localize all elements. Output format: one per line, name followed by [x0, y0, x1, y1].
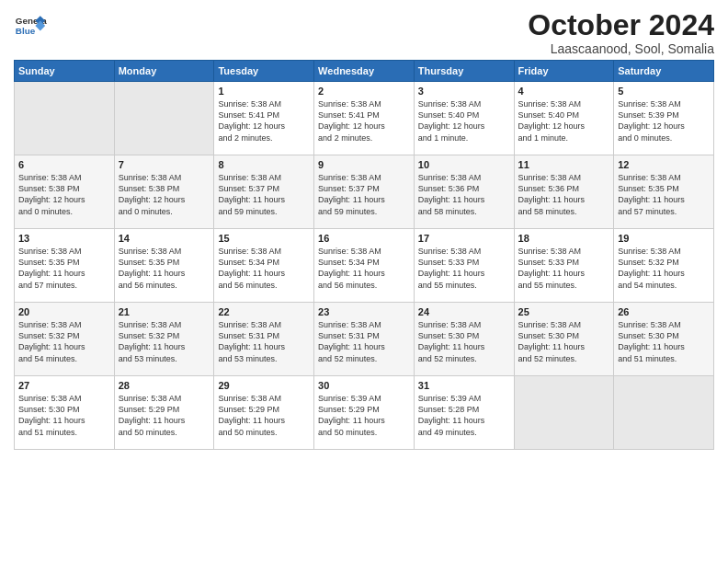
cell-content: Sunrise: 5:38 AM Sunset: 5:36 PM Dayligh…: [418, 172, 510, 217]
cell-3-3: 15Sunrise: 5:38 AM Sunset: 5:34 PM Dayli…: [214, 229, 314, 303]
cell-content: Sunrise: 5:38 AM Sunset: 5:35 PM Dayligh…: [18, 246, 110, 291]
week-row-1: 1Sunrise: 5:38 AM Sunset: 5:41 PM Daylig…: [15, 82, 714, 155]
day-number: 21: [119, 306, 210, 317]
day-number: 25: [518, 306, 610, 317]
cell-5-5: 31Sunrise: 5:39 AM Sunset: 5:28 PM Dayli…: [414, 376, 514, 450]
cell-5-4: 30Sunrise: 5:39 AM Sunset: 5:29 PM Dayli…: [314, 376, 415, 450]
cell-3-1: 13Sunrise: 5:38 AM Sunset: 5:35 PM Dayli…: [15, 229, 115, 303]
cell-content: Sunrise: 5:38 AM Sunset: 5:35 PM Dayligh…: [119, 246, 210, 291]
cell-content: Sunrise: 5:38 AM Sunset: 5:31 PM Dayligh…: [218, 319, 310, 364]
calendar-body: 1Sunrise: 5:38 AM Sunset: 5:41 PM Daylig…: [15, 82, 714, 450]
cell-content: Sunrise: 5:38 AM Sunset: 5:33 PM Dayligh…: [418, 246, 510, 291]
cell-1-3: 1Sunrise: 5:38 AM Sunset: 5:41 PM Daylig…: [214, 82, 314, 155]
day-number: 4: [518, 86, 610, 97]
day-number: 14: [119, 233, 210, 244]
day-number: 16: [318, 233, 410, 244]
week-row-3: 13Sunrise: 5:38 AM Sunset: 5:35 PM Dayli…: [15, 229, 714, 303]
cell-4-1: 20Sunrise: 5:38 AM Sunset: 5:32 PM Dayli…: [15, 303, 115, 376]
week-row-4: 20Sunrise: 5:38 AM Sunset: 5:32 PM Dayli…: [15, 303, 714, 376]
day-number: 5: [618, 86, 710, 97]
day-number: 11: [518, 159, 610, 170]
cell-2-4: 9Sunrise: 5:38 AM Sunset: 5:37 PM Daylig…: [314, 155, 415, 229]
cell-4-7: 26Sunrise: 5:38 AM Sunset: 5:30 PM Dayli…: [614, 303, 714, 376]
cell-content: Sunrise: 5:38 AM Sunset: 5:32 PM Dayligh…: [618, 246, 710, 291]
cell-content: Sunrise: 5:38 AM Sunset: 5:37 PM Dayligh…: [318, 172, 410, 217]
cell-4-3: 22Sunrise: 5:38 AM Sunset: 5:31 PM Dayli…: [214, 303, 314, 376]
day-number: 24: [418, 306, 510, 317]
cell-content: Sunrise: 5:38 AM Sunset: 5:36 PM Dayligh…: [518, 172, 610, 217]
cell-5-3: 29Sunrise: 5:38 AM Sunset: 5:29 PM Dayli…: [214, 376, 314, 450]
cell-content: Sunrise: 5:38 AM Sunset: 5:40 PM Dayligh…: [518, 98, 610, 144]
cell-4-4: 23Sunrise: 5:38 AM Sunset: 5:31 PM Dayli…: [314, 303, 415, 376]
cell-content: Sunrise: 5:38 AM Sunset: 5:40 PM Dayligh…: [418, 98, 510, 144]
cell-2-6: 11Sunrise: 5:38 AM Sunset: 5:36 PM Dayli…: [514, 155, 614, 229]
logo: General Blue: [14, 9, 47, 42]
col-thursday: Thursday: [414, 61, 514, 82]
day-number: 9: [318, 159, 410, 170]
logo-icon: General Blue: [14, 9, 47, 42]
calendar-table: Sunday Monday Tuesday Wednesday Thursday…: [14, 60, 714, 450]
day-number: 23: [318, 306, 410, 317]
cell-5-6: [514, 376, 614, 450]
cell-3-4: 16Sunrise: 5:38 AM Sunset: 5:34 PM Dayli…: [314, 229, 415, 303]
cell-content: Sunrise: 5:38 AM Sunset: 5:38 PM Dayligh…: [18, 172, 110, 217]
day-number: 30: [318, 380, 410, 391]
cell-content: Sunrise: 5:39 AM Sunset: 5:28 PM Dayligh…: [418, 393, 510, 438]
cell-2-5: 10Sunrise: 5:38 AM Sunset: 5:36 PM Dayli…: [414, 155, 514, 229]
cell-content: Sunrise: 5:38 AM Sunset: 5:30 PM Dayligh…: [518, 319, 610, 364]
location-subtitle: Laascaanood, Sool, Somalia: [528, 41, 714, 56]
day-number: 12: [618, 159, 710, 170]
header-row: Sunday Monday Tuesday Wednesday Thursday…: [15, 61, 714, 82]
col-saturday: Saturday: [614, 61, 714, 82]
day-number: 29: [218, 380, 310, 391]
cell-1-7: 5Sunrise: 5:38 AM Sunset: 5:39 PM Daylig…: [614, 82, 714, 155]
cell-content: Sunrise: 5:38 AM Sunset: 5:41 PM Dayligh…: [318, 98, 410, 144]
cell-2-7: 12Sunrise: 5:38 AM Sunset: 5:35 PM Dayli…: [614, 155, 714, 229]
col-sunday: Sunday: [15, 61, 115, 82]
cell-content: Sunrise: 5:38 AM Sunset: 5:32 PM Dayligh…: [18, 319, 110, 364]
page-container: General Blue October 2024 Laascaanood, S…: [0, 0, 728, 459]
cell-content: Sunrise: 5:38 AM Sunset: 5:35 PM Dayligh…: [618, 172, 710, 217]
title-block: October 2024 Laascaanood, Sool, Somalia: [528, 9, 714, 56]
day-number: 18: [518, 233, 610, 244]
day-number: 22: [218, 306, 310, 317]
cell-3-6: 18Sunrise: 5:38 AM Sunset: 5:33 PM Dayli…: [514, 229, 614, 303]
day-number: 28: [119, 380, 210, 391]
cell-content: Sunrise: 5:38 AM Sunset: 5:38 PM Dayligh…: [119, 172, 210, 217]
cell-1-6: 4Sunrise: 5:38 AM Sunset: 5:40 PM Daylig…: [514, 82, 614, 155]
day-number: 10: [418, 159, 510, 170]
day-number: 13: [18, 233, 110, 244]
cell-content: Sunrise: 5:39 AM Sunset: 5:29 PM Dayligh…: [318, 393, 410, 438]
week-row-2: 6Sunrise: 5:38 AM Sunset: 5:38 PM Daylig…: [15, 155, 714, 229]
cell-content: Sunrise: 5:38 AM Sunset: 5:29 PM Dayligh…: [218, 393, 310, 438]
cell-content: Sunrise: 5:38 AM Sunset: 5:39 PM Dayligh…: [618, 98, 710, 144]
day-number: 20: [18, 306, 110, 317]
day-number: 19: [618, 233, 710, 244]
cell-1-4: 2Sunrise: 5:38 AM Sunset: 5:41 PM Daylig…: [314, 82, 415, 155]
cell-5-2: 28Sunrise: 5:38 AM Sunset: 5:29 PM Dayli…: [114, 376, 214, 450]
col-friday: Friday: [514, 61, 614, 82]
day-number: 7: [119, 159, 210, 170]
cell-content: Sunrise: 5:38 AM Sunset: 5:37 PM Dayligh…: [218, 172, 310, 217]
day-number: 1: [218, 86, 310, 97]
day-number: 17: [418, 233, 510, 244]
cell-2-2: 7Sunrise: 5:38 AM Sunset: 5:38 PM Daylig…: [114, 155, 214, 229]
week-row-5: 27Sunrise: 5:38 AM Sunset: 5:30 PM Dayli…: [15, 376, 714, 450]
day-number: 6: [18, 159, 110, 170]
day-number: 31: [418, 380, 510, 391]
cell-3-2: 14Sunrise: 5:38 AM Sunset: 5:35 PM Dayli…: [114, 229, 214, 303]
cell-3-5: 17Sunrise: 5:38 AM Sunset: 5:33 PM Dayli…: [414, 229, 514, 303]
cell-content: Sunrise: 5:38 AM Sunset: 5:32 PM Dayligh…: [119, 319, 210, 364]
cell-2-1: 6Sunrise: 5:38 AM Sunset: 5:38 PM Daylig…: [15, 155, 115, 229]
cell-1-2: [114, 82, 214, 155]
svg-text:Blue: Blue: [16, 26, 36, 36]
cell-content: Sunrise: 5:38 AM Sunset: 5:30 PM Dayligh…: [618, 319, 710, 364]
col-wednesday: Wednesday: [314, 61, 415, 82]
cell-content: Sunrise: 5:38 AM Sunset: 5:33 PM Dayligh…: [518, 246, 610, 291]
cell-5-7: [614, 376, 714, 450]
day-number: 15: [218, 233, 310, 244]
cell-content: Sunrise: 5:38 AM Sunset: 5:30 PM Dayligh…: [418, 319, 510, 364]
cell-2-3: 8Sunrise: 5:38 AM Sunset: 5:37 PM Daylig…: [214, 155, 314, 229]
cell-content: Sunrise: 5:38 AM Sunset: 5:41 PM Dayligh…: [218, 98, 310, 144]
cell-content: Sunrise: 5:38 AM Sunset: 5:31 PM Dayligh…: [318, 319, 410, 364]
